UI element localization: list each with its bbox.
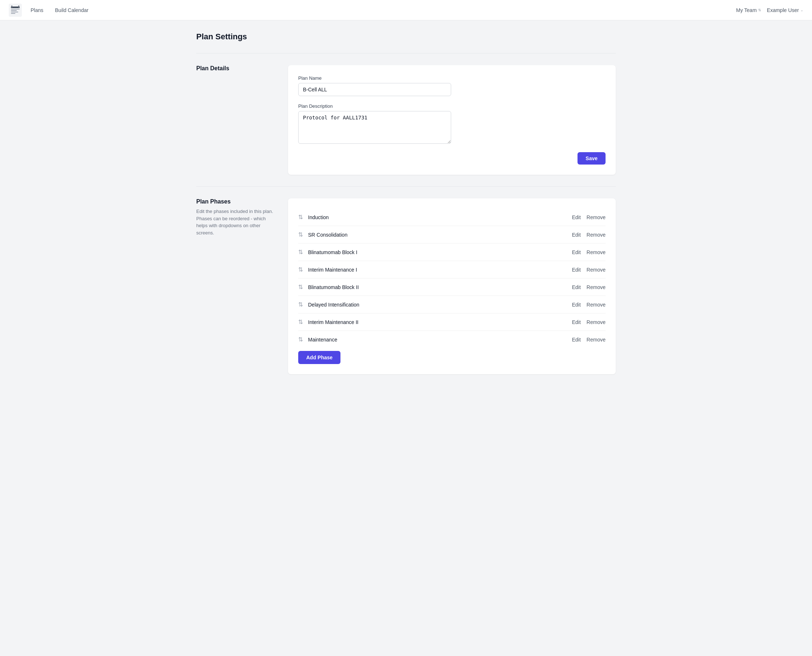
reorder-icon[interactable]: ⇅: [298, 301, 303, 308]
phase-remove-button[interactable]: Remove: [587, 319, 606, 325]
navbar-nav: Plans Build Calendar: [31, 6, 736, 15]
user-dropdown[interactable]: Example User ⌄: [767, 7, 803, 13]
svg-rect-7: [18, 5, 19, 8]
svg-rect-6: [11, 5, 12, 8]
svg-rect-3: [11, 10, 17, 11]
plan-description-textarea[interactable]: Protocol for AALL1731: [298, 111, 451, 144]
phase-item: ⇅ Interim Maintenance II Edit Remove: [298, 313, 606, 331]
phase-name: SR Consolidation: [308, 232, 572, 238]
phase-remove-button[interactable]: Remove: [587, 337, 606, 343]
phase-actions: Edit Remove: [572, 214, 606, 220]
reorder-icon[interactable]: ⇅: [298, 336, 303, 343]
plan-phases-section: Plan Phases Edit the phases included in …: [196, 198, 616, 374]
phase-item: ⇅ SR Consolidation Edit Remove: [298, 226, 606, 243]
phase-remove-button[interactable]: Remove: [587, 284, 606, 290]
section-divider-2: [196, 186, 616, 187]
phase-name: Induction: [308, 214, 572, 220]
phase-item: ⇅ Maintenance Edit Remove: [298, 331, 606, 348]
phase-edit-button[interactable]: Edit: [572, 249, 581, 255]
phase-edit-button[interactable]: Edit: [572, 232, 581, 238]
nav-build-calendar[interactable]: Build Calendar: [55, 6, 88, 15]
plan-phases-title: Plan Phases: [196, 198, 276, 205]
phase-actions: Edit Remove: [572, 284, 606, 290]
reorder-icon[interactable]: ⇅: [298, 319, 303, 325]
user-chevron-icon: ⌄: [800, 8, 803, 12]
phase-edit-button[interactable]: Edit: [572, 319, 581, 325]
phase-name: Blinatumomab Block II: [308, 284, 572, 290]
phase-list: ⇅ Induction Edit Remove ⇅ SR Consolidati…: [298, 209, 606, 348]
navbar: Plans Build Calendar My Team ⇅ Example U…: [0, 0, 812, 20]
reorder-icon[interactable]: ⇅: [298, 249, 303, 255]
phase-edit-button[interactable]: Edit: [572, 302, 581, 308]
reorder-icon[interactable]: ⇅: [298, 214, 303, 221]
phase-item: ⇅ Blinatumomab Block II Edit Remove: [298, 278, 606, 296]
phase-item: ⇅ Induction Edit Remove: [298, 209, 606, 226]
phase-item: ⇅ Delayed Intensification Edit Remove: [298, 296, 606, 313]
phase-name: Interim Maintenance I: [308, 267, 572, 273]
phase-remove-button[interactable]: Remove: [587, 249, 606, 255]
phase-name: Interim Maintenance II: [308, 319, 572, 325]
plan-name-label: Plan Name: [298, 75, 606, 81]
save-button[interactable]: Save: [578, 152, 606, 164]
app-logo: [9, 4, 22, 17]
my-team-dropdown[interactable]: My Team ⇅: [736, 7, 761, 13]
phase-actions: Edit Remove: [572, 302, 606, 308]
reorder-icon[interactable]: ⇅: [298, 283, 303, 291]
phase-edit-button[interactable]: Edit: [572, 267, 581, 273]
navbar-right: My Team ⇅ Example User ⌄: [736, 7, 803, 13]
phase-actions: Edit Remove: [572, 267, 606, 273]
phase-actions: Edit Remove: [572, 319, 606, 325]
svg-rect-4: [11, 12, 18, 12]
my-team-label: My Team: [736, 7, 757, 13]
reorder-icon[interactable]: ⇅: [298, 231, 303, 238]
phase-item: ⇅ Blinatumomab Block I Edit Remove: [298, 243, 606, 261]
phase-remove-button[interactable]: Remove: [587, 302, 606, 308]
phase-name: Blinatumomab Block I: [308, 249, 572, 255]
plan-name-input[interactable]: [298, 83, 451, 96]
phase-name: Delayed Intensification: [308, 302, 572, 308]
plan-phases-description: Edit the phases included in this plan. P…: [196, 208, 276, 236]
phase-actions: Edit Remove: [572, 232, 606, 238]
section-divider-1: [196, 53, 616, 54]
phase-remove-button[interactable]: Remove: [587, 232, 606, 238]
svg-rect-2: [11, 9, 20, 9]
user-label: Example User: [767, 7, 799, 13]
plan-name-group: Plan Name: [298, 75, 606, 96]
reorder-icon[interactable]: ⇅: [298, 266, 303, 273]
phase-item: ⇅ Interim Maintenance I Edit Remove: [298, 261, 606, 278]
add-phase-button[interactable]: Add Phase: [298, 351, 341, 364]
phase-remove-button[interactable]: Remove: [587, 267, 606, 273]
my-team-chevron-icon: ⇅: [758, 8, 761, 12]
plan-details-title: Plan Details: [196, 65, 276, 72]
svg-rect-5: [11, 13, 15, 14]
phase-edit-button[interactable]: Edit: [572, 284, 581, 290]
phase-remove-button[interactable]: Remove: [587, 214, 606, 220]
phase-name: Maintenance: [308, 337, 572, 343]
phase-edit-button[interactable]: Edit: [572, 337, 581, 343]
plan-phases-card: ⇅ Induction Edit Remove ⇅ SR Consolidati…: [288, 198, 616, 374]
plan-phases-label: Plan Phases Edit the phases included in …: [196, 198, 276, 374]
plan-details-card: Plan Name Plan Description Protocol for …: [288, 65, 616, 175]
plan-details-section: Plan Details Plan Name Plan Description …: [196, 65, 616, 175]
nav-plans[interactable]: Plans: [31, 6, 43, 15]
plan-details-label: Plan Details: [196, 65, 276, 175]
page-title: Plan Settings: [196, 32, 616, 42]
main-content: Plan Settings Plan Details Plan Name Pla…: [188, 20, 624, 398]
phase-actions: Edit Remove: [572, 337, 606, 343]
phase-actions: Edit Remove: [572, 249, 606, 255]
plan-description-group: Plan Description Protocol for AALL1731: [298, 104, 606, 145]
phase-edit-button[interactable]: Edit: [572, 214, 581, 220]
plan-description-label: Plan Description: [298, 104, 606, 109]
